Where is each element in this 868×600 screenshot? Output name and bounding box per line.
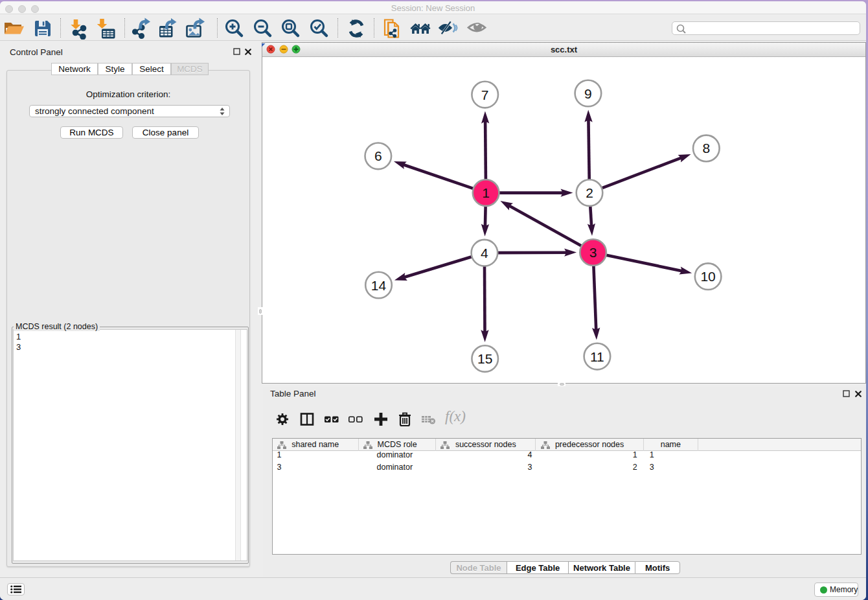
- svg-text:14: 14: [371, 278, 387, 293]
- svg-text:4: 4: [481, 246, 488, 260]
- svg-text:15: 15: [477, 351, 492, 366]
- svg-text:11: 11: [590, 349, 604, 364]
- svg-text:9: 9: [584, 86, 592, 101]
- svg-text:7: 7: [481, 87, 489, 102]
- svg-text:6: 6: [374, 148, 382, 163]
- svg-text:8: 8: [702, 141, 710, 156]
- svg-text:2: 2: [586, 185, 593, 200]
- svg-text:10: 10: [700, 269, 715, 284]
- svg-text:1: 1: [482, 185, 490, 200]
- svg-text:3: 3: [589, 245, 597, 260]
